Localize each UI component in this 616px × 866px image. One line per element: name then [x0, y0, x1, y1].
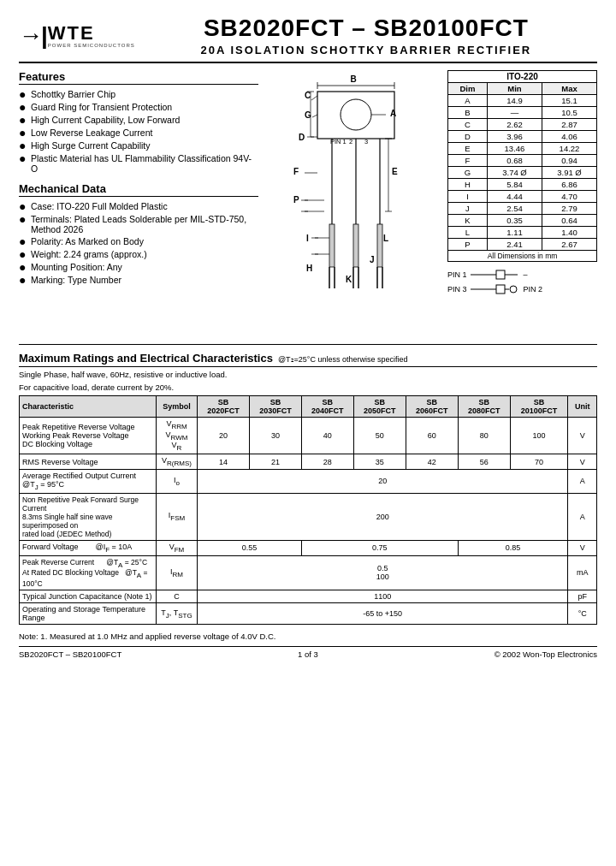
sym-cell: Io — [157, 469, 198, 493]
logo-sub: POWER SEMICONDUCTORS — [48, 43, 135, 48]
footer-section: Note: 1. Measured at 1.0 MHz and applied… — [19, 632, 597, 659]
mech-text: Mounting Position: Any — [31, 262, 122, 272]
svg-line-9 — [311, 96, 317, 100]
sym-cell: IFSM — [157, 493, 198, 540]
footer-right: © 2002 Won-Top Electronics — [495, 650, 597, 659]
dim-table-row: L1.111.40 — [448, 226, 597, 238]
val-cell: 56 — [458, 454, 510, 470]
val-cell: 80 — [458, 417, 510, 454]
col-header-unit: Unit — [568, 395, 597, 417]
mech-text: Case: ITO-220 Full Molded Plastic — [31, 201, 168, 211]
dim-max: 3.91 Ø — [542, 166, 596, 178]
svg-text:D: D — [299, 133, 305, 142]
footer-bar: SB2020FCT – SB20100FCT 1 of 3 © 2002 Won… — [19, 646, 597, 659]
dim-min: 2.41 — [487, 238, 542, 250]
bullet-icon: ● — [19, 248, 31, 260]
ratings-note: @T₂=25°C unless otherwise specified — [278, 355, 408, 364]
mech-text: Weight: 2.24 grams (approx.) — [31, 249, 147, 259]
feature-text: High Current Capability, Low Forward — [31, 115, 180, 125]
list-item: ●Guard Ring for Transient Protection — [19, 102, 258, 113]
char-cell: Peak Repetitive Reverse VoltageWorking P… — [20, 417, 157, 454]
dim-name: G — [448, 166, 488, 178]
dim-min: 5.84 — [487, 178, 542, 190]
table-row: RMS Reverse Voltage VR(RMS) 14 21 28 35 … — [20, 454, 597, 470]
dim-min: 2.62 — [487, 118, 542, 130]
bullet-icon: ● — [19, 213, 31, 225]
val-cell: 60 — [406, 417, 458, 454]
unit-cell: mA — [568, 555, 597, 590]
sym-cell: VFM — [157, 540, 198, 555]
dim-table-row: P2.412.67 — [448, 238, 597, 250]
main-title: SB2020FCT – SB20100FCT — [135, 15, 597, 42]
bullet-icon: ● — [19, 127, 31, 139]
dim-name: F — [448, 154, 488, 166]
dim-name: K — [448, 214, 488, 226]
list-item: ●Case: ITO-220 Full Molded Plastic — [19, 201, 258, 212]
dim-table-row: I4.444.70 — [448, 190, 597, 202]
footer-note-text: Note: 1. Measured at 1.0 MHz and applied… — [19, 632, 597, 641]
pin-row-1: PIN 1 – — [447, 269, 528, 281]
feature-text: Low Reverse Leakage Current — [31, 128, 152, 138]
svg-text:C: C — [305, 91, 311, 100]
package-diagram: B A C G D — [270, 70, 437, 335]
col-header-sb2040: SB2040FCT — [301, 395, 353, 417]
footer-left: SB2020FCT – SB20100FCT — [19, 650, 121, 659]
unit-cell: A — [568, 469, 597, 493]
left-col: Features ●Schottky Barrier Chip ●Guard R… — [19, 70, 267, 335]
svg-text:A: A — [390, 109, 396, 118]
svg-text:H: H — [306, 264, 312, 273]
dim-max: 10.5 — [542, 106, 596, 118]
bullet-icon: ● — [19, 88, 31, 100]
title-area: SB2020FCT – SB20100FCT 20A ISOLATION SCH… — [135, 15, 597, 56]
divider-1 — [19, 344, 597, 345]
dim-table-row: J2.542.79 — [448, 202, 597, 214]
pin-diagram: PIN 1 – PIN 3 — [447, 269, 597, 298]
svg-rect-42 — [329, 224, 335, 267]
dim-table-row: F0.680.94 — [448, 154, 597, 166]
page-header: →| WTE POWER SEMICONDUCTORS SB2020FCT – … — [19, 15, 597, 63]
dim-min: 14.9 — [487, 94, 542, 106]
diagram-area: B A C G D — [267, 70, 441, 335]
dim-min: 3.74 Ø — [487, 166, 542, 178]
dim-table-row: E13.4614.22 — [448, 142, 597, 154]
svg-text:3: 3 — [364, 138, 368, 145]
val-cell: 14 — [198, 454, 250, 470]
dim-name: C — [448, 118, 488, 130]
table-row: Operating and Storage Temperature Range … — [20, 602, 597, 624]
sym-cell: VR(RMS) — [157, 454, 198, 470]
dim-table-row: C2.622.87 — [448, 118, 597, 130]
logo-icon: →| — [19, 22, 46, 50]
list-item: ●High Surge Current Capability — [19, 140, 258, 151]
dim-max: 14.22 — [542, 142, 596, 154]
dim-table-row: H5.846.86 — [448, 178, 597, 190]
feature-text: Guard Ring for Transient Protection — [31, 102, 172, 112]
pin-row-3: PIN 3 PIN 2 — [447, 283, 542, 295]
val-cell-span: 0.75 — [301, 540, 458, 555]
table-row: Non Repetitive Peak Forward Surge Curren… — [20, 493, 597, 540]
dim-min: 3.96 — [487, 130, 542, 142]
table-row: Typical Junction Capacitance (Note 1) C … — [20, 590, 597, 602]
val-cell-span: 0.5100 — [198, 555, 568, 590]
ratings-table-header-row: Characteristic Symbol SB2020FCT SB2030FC… — [20, 395, 597, 417]
dim-table-row: D3.964.06 — [448, 130, 597, 142]
dim-name: J — [448, 202, 488, 214]
table-row: Average Rectified Output Current @TJ = 9… — [20, 469, 597, 493]
unit-cell: V — [568, 454, 597, 470]
dim-max: 4.70 — [542, 190, 596, 202]
dim-max: 2.87 — [542, 118, 596, 130]
feature-text: Plastic Material has UL Flammability Cla… — [31, 153, 258, 174]
dim-max: 2.79 — [542, 202, 596, 214]
col-header-symbol: Symbol — [157, 395, 198, 417]
svg-text:2: 2 — [349, 138, 352, 145]
right-col: B A C G D — [267, 70, 597, 335]
char-cell: Typical Junction Capacitance (Note 1) — [20, 590, 157, 602]
dim-table-body: A14.915.1B—10.5C2.622.87D3.964.06E13.461… — [448, 94, 597, 250]
svg-rect-44 — [377, 224, 382, 267]
dim-name: D — [448, 130, 488, 142]
ratings-table-body: Peak Repetitive Reverse VoltageWorking P… — [20, 417, 597, 624]
ratings-table: Characteristic Symbol SB2020FCT SB2030FC… — [19, 395, 597, 625]
dim-max: 4.06 — [542, 130, 596, 142]
list-item: ●Weight: 2.24 grams (approx.) — [19, 249, 258, 260]
col-header-sb2080: SB2080FCT — [458, 395, 510, 417]
val-cell: 40 — [301, 417, 353, 454]
